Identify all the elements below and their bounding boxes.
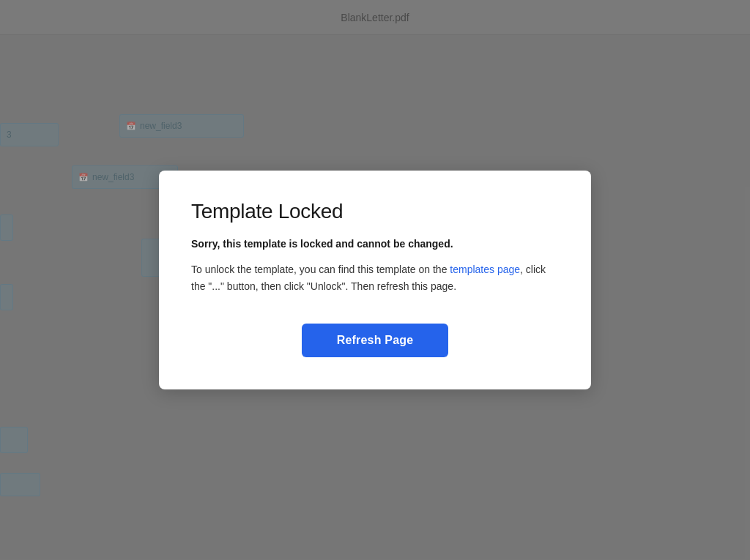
modal-button-area: Refresh Page xyxy=(191,324,559,357)
body-text-before-link: To unlock the template, you can find thi… xyxy=(191,264,450,275)
templates-page-link[interactable]: templates page xyxy=(450,264,520,275)
modal-title: Template Locked xyxy=(191,200,559,223)
modal-bold-text: Sorry, this template is locked and canno… xyxy=(191,238,559,250)
modal-overlay: Template Locked Sorry, this template is … xyxy=(0,0,750,560)
modal-body-text: To unlock the template, you can find thi… xyxy=(191,261,559,294)
template-locked-modal: Template Locked Sorry, this template is … xyxy=(159,171,591,389)
refresh-page-button[interactable]: Refresh Page xyxy=(302,324,449,357)
